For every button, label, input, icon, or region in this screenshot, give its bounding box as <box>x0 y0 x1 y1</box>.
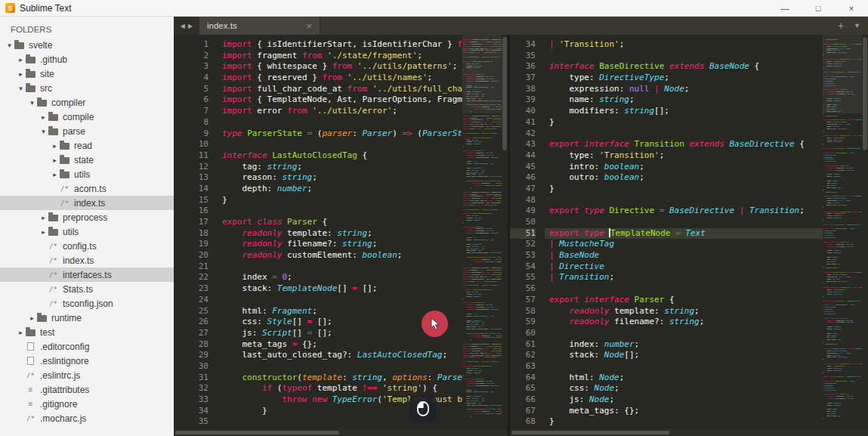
code-line[interactable]: | MustacheTag <box>545 239 823 250</box>
tab-close-icon[interactable]: × <box>306 20 312 32</box>
code-line[interactable]: import { TemplateNode, Ast, ParserOption… <box>218 94 462 106</box>
code-line[interactable]: readonly customElement: boolean; <box>218 250 462 261</box>
code-line[interactable]: export class Parser { <box>218 217 462 228</box>
new-tab-icon[interactable]: + <box>838 20 844 32</box>
tree-file-.gitattributes[interactable]: ≡.gitattributes <box>0 382 174 397</box>
code-line[interactable]: import { reserved } from '../utils/names… <box>218 73 462 84</box>
tree-file-config.ts[interactable]: /*config.ts <box>0 239 174 253</box>
chevron-right-icon[interactable]: ▸ <box>39 214 48 221</box>
code-line[interactable]: stack: Node[]; <box>545 350 823 361</box>
minimize-button[interactable]: — <box>768 0 802 17</box>
tree-folder-site[interactable]: ▸site <box>0 66 174 81</box>
code-line[interactable]: export interface Parser { <box>545 295 823 306</box>
horizontal-scrollbar-thumb[interactable] <box>175 431 339 434</box>
tree-folder-utils[interactable]: ▸utils <box>0 167 174 181</box>
minimap[interactable]: | 'Transition';interface BaseDirective e… <box>823 35 862 436</box>
minimap[interactable]: import { isIdentifierStart, isIdentifier… <box>462 35 502 436</box>
code-line[interactable]: tag: string; <box>218 162 462 173</box>
code-line[interactable]: | 'Transition'; <box>545 39 823 51</box>
code-line[interactable]: index = 0; <box>218 272 462 283</box>
code-line[interactable]: | Transition; <box>545 272 823 283</box>
tree-folder-src[interactable]: ▾src <box>0 81 174 95</box>
code-line[interactable]: interface BaseDirective extends BaseNode… <box>545 61 823 73</box>
code-line[interactable]: export type Directive = BaseDirective | … <box>545 206 823 217</box>
code-line[interactable]: name: string; <box>545 94 823 106</box>
tree-folder-.github[interactable]: ▸.github <box>0 52 174 66</box>
tree-file-Stats.ts[interactable]: /*Stats.ts <box>0 282 174 296</box>
code-line[interactable] <box>545 328 823 339</box>
vertical-scrollbar[interactable] <box>862 35 868 429</box>
code-line[interactable] <box>545 283 823 295</box>
code-line[interactable]: } <box>218 195 462 206</box>
code-line[interactable]: reason: string; <box>218 172 462 184</box>
chevron-right-icon[interactable]: ▸ <box>27 314 37 322</box>
chevron-right-icon[interactable]: ▸ <box>50 171 60 178</box>
tree-file-.eslintrc.js[interactable]: /*.eslintrc.js <box>0 368 174 382</box>
code-line[interactable]: modifiers: string[]; <box>545 106 823 117</box>
tree-folder-test[interactable]: ▸test <box>0 325 174 339</box>
tab-overflow-icon[interactable]: ▼ <box>854 22 860 29</box>
chevron-down-icon[interactable]: ▾ <box>16 85 26 92</box>
horizontal-scrollbar[interactable] <box>174 429 508 436</box>
chevron-right-icon[interactable]: ▸ <box>16 70 26 78</box>
code-line[interactable] <box>545 217 823 228</box>
code-line[interactable]: meta_tags = {}; <box>218 339 462 351</box>
chevron-right-icon[interactable]: ▸ <box>50 156 60 164</box>
close-button[interactable]: × <box>835 0 868 17</box>
code-line[interactable] <box>545 361 823 373</box>
tree-folder-preprocess[interactable]: ▸preprocess <box>0 210 174 224</box>
tree-folder-parse[interactable]: ▾parse <box>0 124 174 138</box>
code-line[interactable]: readonly filename?: string; <box>218 239 462 250</box>
vertical-scrollbar-thumb[interactable] <box>502 37 507 150</box>
tree-file-interfaces.ts[interactable]: /*interfaces.ts <box>0 267 174 282</box>
code-line[interactable]: outro: boolean; <box>545 172 823 184</box>
code-line[interactable]: readonly template: string; <box>218 228 462 240</box>
code-line[interactable]: interface LastAutoClosedTag { <box>218 150 462 162</box>
code-line[interactable]: import { isIdentifierStart, isIdentifier… <box>218 39 462 51</box>
code-line[interactable]: if (typeof template !== 'string') { <box>218 383 462 394</box>
code-line[interactable]: js: Node; <box>545 394 823 406</box>
code-area[interactable]: import { isIdentifierStart, isIdentifier… <box>218 35 462 436</box>
tree-file-.mocharc.js[interactable]: /*.mocharc.js <box>0 411 174 425</box>
tree-folder-read[interactable]: ▸read <box>0 138 174 153</box>
chevron-right-icon[interactable]: ▸ <box>16 329 26 336</box>
maximize-button[interactable]: □ <box>802 0 835 17</box>
code-line[interactable]: | Directive <box>545 261 823 273</box>
code-line[interactable]: export interface Transition extends Base… <box>545 139 823 150</box>
code-line[interactable]: index: number; <box>545 339 823 351</box>
vertical-scrollbar[interactable] <box>502 35 508 429</box>
code-line[interactable]: depth: number; <box>218 184 462 195</box>
code-line[interactable] <box>545 51 823 62</box>
code-line[interactable] <box>218 261 462 273</box>
code-line[interactable]: | BaseNode <box>545 250 823 261</box>
tab-index-ts[interactable]: index.ts × <box>199 17 320 35</box>
code-line[interactable] <box>218 361 462 373</box>
line-number-gutter[interactable]: 1234567891011121314151617181920212223242… <box>174 35 218 436</box>
tree-file-.eslintignore[interactable]: .eslintignore <box>0 354 174 368</box>
code-line[interactable]: constructor(template: string, options: P… <box>218 373 462 384</box>
tree-file-tsconfig.json[interactable]: /*tsconfig.json <box>0 296 174 311</box>
tree-folder-utils[interactable]: ▸utils <box>0 224 174 239</box>
tree-file-index.ts[interactable]: /*index.ts <box>0 253 174 267</box>
chevron-down-icon[interactable]: ▾ <box>5 42 14 49</box>
tree-folder-svelte[interactable]: ▾svelte <box>0 38 174 52</box>
code-area[interactable]: | 'Transition';interface BaseDirective e… <box>545 35 823 436</box>
tree-file-acorn.ts[interactable]: /*acorn.ts <box>0 181 174 196</box>
tree-file-index.ts[interactable]: /*index.ts <box>0 196 174 210</box>
code-line[interactable]: } <box>545 117 823 128</box>
line-number-gutter[interactable]: 3435363738394041424344454647484950515253… <box>510 35 545 436</box>
code-line[interactable]: readonly filename?: string; <box>545 317 823 328</box>
code-line[interactable]: import { whitespace } from '../utils/pat… <box>218 61 462 73</box>
code-line[interactable]: type: DirectiveType; <box>545 73 823 84</box>
chevron-right-icon[interactable]: ▸ <box>39 228 48 236</box>
horizontal-scrollbar[interactable] <box>510 429 868 436</box>
tree-folder-runtime[interactable]: ▸runtime <box>0 311 174 325</box>
chevron-right-icon[interactable]: ▸ <box>16 56 26 63</box>
code-line[interactable]: meta_tags: {}; <box>545 406 823 417</box>
code-line[interactable]: css: Node; <box>545 383 823 394</box>
code-line[interactable]: export type TemplateNode = Text <box>545 228 823 240</box>
code-line[interactable]: last_auto_closed_tag?: LastAutoClosedTag… <box>218 350 462 361</box>
code-line[interactable]: html: Node; <box>545 373 823 384</box>
tree-folder-compiler[interactable]: ▾compiler <box>0 95 174 110</box>
vertical-scrollbar-thumb[interactable] <box>863 37 867 150</box>
